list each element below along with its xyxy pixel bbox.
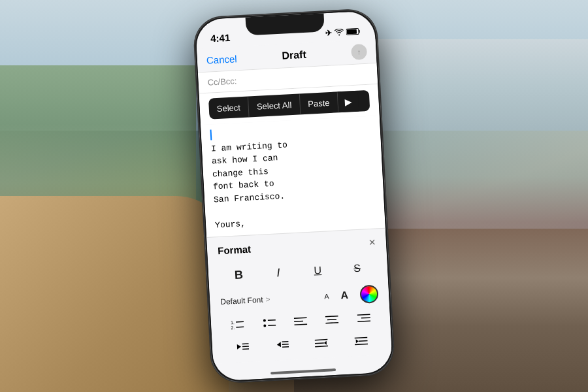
svg-point-8 bbox=[263, 325, 266, 327]
svg-marker-34 bbox=[355, 339, 358, 343]
font-chevron-icon: > bbox=[265, 295, 270, 304]
format-title: Format bbox=[218, 244, 252, 257]
svg-line-29 bbox=[315, 346, 328, 347]
numbered-list-button[interactable]: 1. 2. bbox=[225, 315, 250, 335]
font-decrease-button[interactable]: A bbox=[324, 292, 329, 300]
phone-container: 4:41 ✈ bbox=[193, 8, 395, 384]
svg-line-17 bbox=[361, 318, 370, 318]
svg-line-27 bbox=[315, 340, 328, 340]
svg-line-20 bbox=[242, 344, 249, 344]
bg-hand bbox=[0, 196, 229, 392]
context-menu-more[interactable]: ▶ bbox=[338, 91, 359, 113]
cursor bbox=[210, 129, 212, 140]
svg-line-9 bbox=[268, 325, 276, 326]
format-close-button[interactable]: × bbox=[368, 236, 376, 250]
svg-text:2.: 2. bbox=[231, 325, 235, 330]
svg-line-13 bbox=[325, 316, 338, 317]
screen-content: 4:41 ✈ bbox=[195, 10, 393, 382]
svg-line-11 bbox=[294, 321, 303, 322]
svg-line-7 bbox=[267, 320, 275, 321]
svg-line-10 bbox=[294, 318, 307, 318]
select-all-menu-item[interactable]: Select All bbox=[248, 94, 301, 117]
wifi-icon bbox=[335, 28, 344, 37]
svg-line-32 bbox=[359, 340, 368, 341]
svg-point-6 bbox=[263, 319, 265, 322]
send-button[interactable]: ↑ bbox=[351, 44, 367, 60]
increase-indent-button[interactable] bbox=[270, 335, 294, 354]
svg-line-24 bbox=[282, 342, 288, 342]
svg-line-18 bbox=[357, 321, 370, 321]
svg-rect-1 bbox=[347, 29, 357, 34]
cancel-button[interactable]: Cancel bbox=[206, 53, 237, 65]
svg-marker-23 bbox=[276, 342, 280, 347]
paste-menu-item[interactable]: Paste bbox=[299, 92, 338, 114]
battery-icon bbox=[346, 27, 361, 37]
body-text: I am writing to ask how I can change thi… bbox=[211, 140, 288, 230]
align-right-button[interactable] bbox=[351, 308, 376, 328]
phone-shell: 4:41 ✈ bbox=[193, 8, 395, 384]
text-direction-ltr-button[interactable] bbox=[349, 331, 373, 350]
svg-text:1.: 1. bbox=[231, 320, 235, 325]
align-center-button[interactable] bbox=[320, 310, 344, 329]
svg-line-31 bbox=[354, 337, 367, 338]
svg-marker-30 bbox=[324, 341, 327, 345]
default-font-label: Default Font bbox=[220, 295, 263, 306]
context-menu: Select Select All Paste ▶ bbox=[208, 90, 370, 120]
text-direction-rtl-button[interactable] bbox=[309, 333, 333, 352]
svg-line-3 bbox=[236, 321, 244, 322]
bold-button[interactable]: B bbox=[227, 264, 252, 286]
svg-line-28 bbox=[315, 343, 324, 344]
select-menu-item[interactable]: Select bbox=[208, 97, 250, 119]
svg-line-16 bbox=[357, 314, 370, 315]
phone-screen: 4:41 ✈ bbox=[195, 10, 393, 382]
status-time: 4:41 bbox=[210, 32, 231, 44]
svg-line-5 bbox=[237, 327, 244, 327]
italic-button[interactable]: I bbox=[266, 262, 291, 284]
svg-line-25 bbox=[282, 344, 289, 345]
default-font-button[interactable]: Default Font > bbox=[220, 292, 319, 306]
svg-line-21 bbox=[242, 346, 249, 347]
align-left-button[interactable] bbox=[288, 312, 312, 331]
svg-line-26 bbox=[282, 347, 289, 348]
strikethrough-button[interactable]: S bbox=[345, 257, 370, 280]
svg-line-15 bbox=[326, 323, 339, 323]
cc-bcc-label: Cc/Bcc: bbox=[207, 76, 237, 87]
decrease-indent-button[interactable] bbox=[230, 337, 254, 357]
draft-title: Draft bbox=[282, 49, 306, 62]
svg-line-33 bbox=[355, 344, 368, 344]
send-icon: ↑ bbox=[357, 48, 361, 56]
svg-line-12 bbox=[294, 324, 307, 325]
color-picker-button[interactable] bbox=[359, 284, 378, 303]
underline-button[interactable]: U bbox=[305, 259, 330, 282]
bullet-list-button[interactable] bbox=[257, 313, 281, 333]
font-increase-button[interactable]: A bbox=[340, 289, 348, 302]
airplane-icon: ✈ bbox=[325, 29, 333, 39]
format-panel: Format × B I U S Default Font > bbox=[206, 228, 392, 364]
svg-marker-19 bbox=[237, 344, 241, 350]
mail-body[interactable]: I am writing to ask how I can change thi… bbox=[201, 116, 385, 237]
home-indicator bbox=[270, 368, 336, 374]
svg-line-14 bbox=[327, 319, 336, 320]
status-icons: ✈ bbox=[325, 27, 361, 38]
svg-line-22 bbox=[242, 349, 249, 350]
